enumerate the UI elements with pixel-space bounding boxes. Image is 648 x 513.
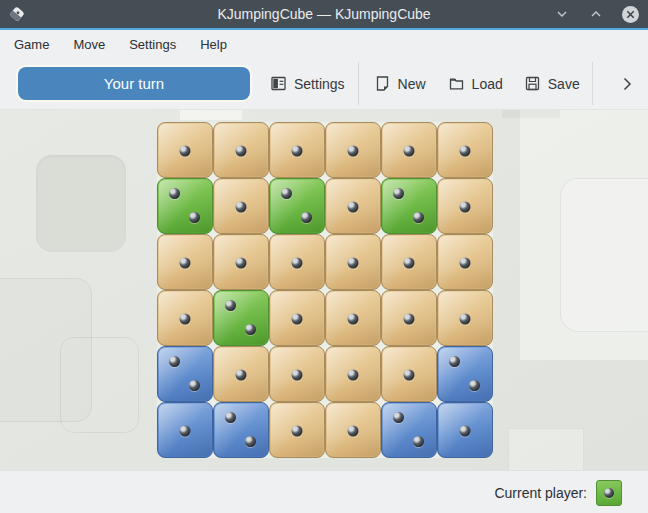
cube-r5c2[interactable] xyxy=(213,346,269,402)
pip xyxy=(404,146,415,157)
cube-r3c2[interactable] xyxy=(213,234,269,290)
cube-r3c3[interactable] xyxy=(269,234,325,290)
cube-r6c6[interactable] xyxy=(437,402,493,458)
pip xyxy=(245,436,256,447)
cube-r1c5[interactable] xyxy=(381,122,437,178)
turn-indicator-button[interactable]: Your turn xyxy=(18,67,250,100)
pip xyxy=(348,258,359,269)
toolbar-save-label: Save xyxy=(548,76,580,92)
settings-panel-icon xyxy=(270,75,287,92)
background-decoration xyxy=(180,110,242,120)
menu-move[interactable]: Move xyxy=(73,33,105,56)
cube-r3c1[interactable] xyxy=(157,234,213,290)
close-button[interactable] xyxy=(620,4,640,24)
pip xyxy=(236,146,247,157)
cube-r6c4[interactable] xyxy=(325,402,381,458)
pip xyxy=(449,356,460,367)
cube-r5c6[interactable] xyxy=(437,346,493,402)
cube-r1c2[interactable] xyxy=(213,122,269,178)
turn-indicator-label: Your turn xyxy=(104,75,164,92)
cube-r1c1[interactable] xyxy=(157,122,213,178)
maximize-button[interactable] xyxy=(586,4,606,24)
cube-r3c6[interactable] xyxy=(437,234,493,290)
pip xyxy=(301,212,312,223)
cube-r1c3[interactable] xyxy=(269,122,325,178)
cube-r4c4[interactable] xyxy=(325,290,381,346)
toolbar-overflow-button[interactable] xyxy=(619,76,635,92)
cube-r4c3[interactable] xyxy=(269,290,325,346)
cube-r6c3[interactable] xyxy=(269,402,325,458)
current-player-label: Current player: xyxy=(494,485,587,501)
background-decoration xyxy=(502,110,560,118)
toolbar-load-label: Load xyxy=(472,76,503,92)
cube-r4c1[interactable] xyxy=(157,290,213,346)
pip xyxy=(281,188,292,199)
pip xyxy=(245,324,256,335)
cube-r3c4[interactable] xyxy=(325,234,381,290)
chevron-right-icon xyxy=(619,76,635,92)
kjumpingcube-window: KJumpingCube — KJumpingCube Game Move Se… xyxy=(0,0,648,513)
toolbar-save-button[interactable]: Save xyxy=(524,75,580,92)
pip xyxy=(292,258,303,269)
cube-r4c2[interactable] xyxy=(213,290,269,346)
pip xyxy=(180,258,191,269)
pip xyxy=(348,146,359,157)
minimize-button[interactable] xyxy=(552,4,572,24)
background-decoration xyxy=(36,155,126,252)
cube-r1c6[interactable] xyxy=(437,122,493,178)
cube-r6c1[interactable] xyxy=(157,402,213,458)
cube-r6c2[interactable] xyxy=(213,402,269,458)
cube-r5c5[interactable] xyxy=(381,346,437,402)
menubar: Game Move Settings Help xyxy=(0,30,648,58)
pip xyxy=(292,370,303,381)
toolbar-load-button[interactable]: Load xyxy=(448,75,503,92)
pip xyxy=(348,426,359,437)
pip xyxy=(460,314,471,325)
cube-r2c2[interactable] xyxy=(213,178,269,234)
cube-r6c5[interactable] xyxy=(381,402,437,458)
pip xyxy=(236,370,247,381)
background-decoration xyxy=(520,110,648,360)
toolbar: Your turn Settings New Load xyxy=(0,58,648,110)
pip xyxy=(460,202,471,213)
background-decoration xyxy=(560,178,648,332)
toolbar-settings-label: Settings xyxy=(294,76,345,92)
pip xyxy=(460,258,471,269)
pip xyxy=(393,188,404,199)
game-canvas xyxy=(0,110,648,470)
cube-r5c4[interactable] xyxy=(325,346,381,402)
cube-r3c5[interactable] xyxy=(381,234,437,290)
app-die-icon xyxy=(8,5,26,23)
pip xyxy=(180,426,191,437)
pip xyxy=(292,426,303,437)
cube-r2c1[interactable] xyxy=(157,178,213,234)
cube-r2c6[interactable] xyxy=(437,178,493,234)
current-player-cube-icon xyxy=(596,480,622,506)
pip xyxy=(404,258,415,269)
cube-r5c3[interactable] xyxy=(269,346,325,402)
cube-r4c6[interactable] xyxy=(437,290,493,346)
toolbar-settings-button[interactable]: Settings xyxy=(270,75,345,92)
toolbar-new-button[interactable]: New xyxy=(374,75,426,92)
pip xyxy=(180,146,191,157)
statusbar: Current player: xyxy=(0,470,648,513)
window-title: KJumpingCube — KJumpingCube xyxy=(0,6,648,22)
cube-r2c4[interactable] xyxy=(325,178,381,234)
pip xyxy=(225,412,236,423)
menu-game[interactable]: Game xyxy=(14,33,49,56)
menu-settings[interactable]: Settings xyxy=(129,33,176,56)
pip xyxy=(348,202,359,213)
menu-help[interactable]: Help xyxy=(200,33,227,56)
pip xyxy=(236,202,247,213)
pip xyxy=(469,380,480,391)
pip xyxy=(225,300,236,311)
cube-r1c4[interactable] xyxy=(325,122,381,178)
close-icon xyxy=(621,5,640,24)
cube-r5c1[interactable] xyxy=(157,346,213,402)
save-floppy-icon xyxy=(524,75,541,92)
pip xyxy=(460,426,471,437)
cube-r4c5[interactable] xyxy=(381,290,437,346)
cube-r2c5[interactable] xyxy=(381,178,437,234)
pip xyxy=(348,370,359,381)
cube-r2c3[interactable] xyxy=(269,178,325,234)
